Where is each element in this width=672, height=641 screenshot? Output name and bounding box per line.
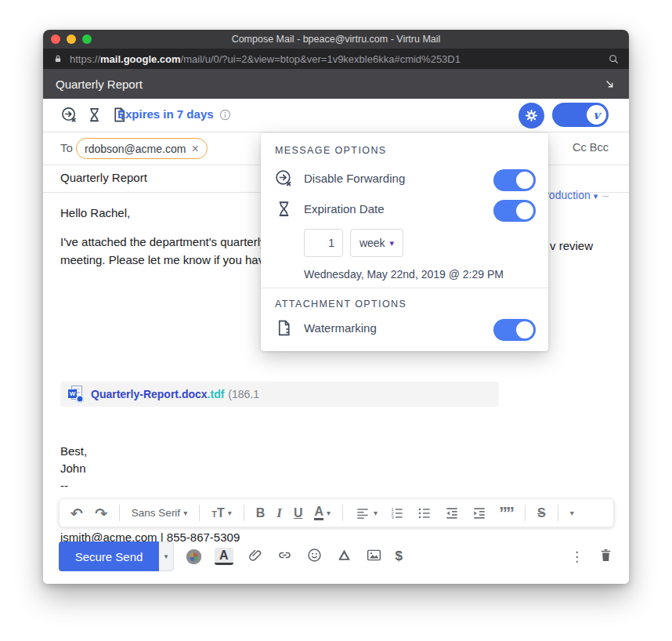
secure-send-button[interactable]: Secure Send xyxy=(59,541,159,571)
attachment-extension: .tdf xyxy=(208,388,225,400)
indent-decrease-button[interactable] xyxy=(444,505,460,521)
paperclip-icon xyxy=(247,547,263,563)
bold-button[interactable]: B xyxy=(256,507,266,520)
quote-button[interactable]: ”” xyxy=(499,508,513,518)
info-icon[interactable] xyxy=(219,108,232,121)
url-text: https://mail.google.com/mail/u/0/?ui=2&v… xyxy=(70,53,461,65)
expiration-unit-select[interactable]: week ▾ xyxy=(350,229,403,257)
trash-icon xyxy=(598,547,614,563)
divider xyxy=(558,505,558,521)
indent-increase-icon xyxy=(471,505,487,521)
magnifier-icon[interactable] xyxy=(608,53,620,65)
caret-down-icon: ▾ xyxy=(374,509,378,517)
security-toolbar: Expires in 7 days v xyxy=(43,99,629,132)
attachment-filename: Quarterly-Report.docx xyxy=(91,388,208,400)
cc-bcc-links[interactable]: Cc Bcc xyxy=(573,141,609,154)
expiration-hourglass-icon[interactable] xyxy=(85,106,103,124)
expiration-hourglass-icon xyxy=(274,199,294,219)
caret-down-icon: ▾ xyxy=(228,509,232,517)
divider xyxy=(525,505,526,521)
virtru-master-toggle[interactable]: v xyxy=(552,103,609,127)
image-icon xyxy=(366,547,382,563)
expiration-toggle[interactable] xyxy=(493,200,536,222)
compose-header: Quarterly Report xyxy=(43,69,629,99)
numbered-list-button[interactable]: 123 xyxy=(389,505,405,521)
body-greeting: Hello Rachel, xyxy=(60,206,130,219)
italic-button[interactable]: I xyxy=(276,506,282,520)
disable-forwarding-icon[interactable] xyxy=(60,106,78,124)
compose-action-icons: A $ xyxy=(186,547,403,567)
insert-link-button[interactable] xyxy=(276,547,293,567)
fullscreen-button[interactable] xyxy=(82,34,92,44)
chip-remove-icon[interactable]: × xyxy=(191,143,198,155)
compose-header-title: Quarterly Report xyxy=(56,78,143,91)
watermark-doc-icon xyxy=(274,318,294,338)
recipient-chip[interactable]: rdobson@acme.com × xyxy=(76,138,208,159)
close-button[interactable] xyxy=(51,34,60,44)
caret-down-icon: ▾ xyxy=(390,238,395,248)
minimize-button[interactable] xyxy=(67,34,76,44)
drive-icon xyxy=(336,547,352,563)
caret-down-icon: ▾ xyxy=(327,509,331,517)
more-formats-caret-icon[interactable]: ▾ xyxy=(570,509,574,517)
url-bar[interactable]: https://mail.google.com/mail/u/0/?ui=2&v… xyxy=(43,49,629,69)
send-options-caret[interactable]: ▾ xyxy=(159,541,174,571)
expires-link[interactable]: Expires in 7 days xyxy=(117,107,214,121)
body-line2: meeting. Please let me know if you have xyxy=(60,253,270,266)
font-size-button[interactable]: TT ▾ xyxy=(211,506,232,520)
text-color-button[interactable]: A ▾ xyxy=(314,505,331,521)
to-label: To xyxy=(60,141,73,154)
url-path: /mail/u/0/?ui=2&view=btop&ver=1v9kexble6… xyxy=(181,53,461,65)
formatting-options-button[interactable]: A xyxy=(215,548,233,565)
virtru-color-wheel-icon[interactable] xyxy=(186,549,201,564)
align-button[interactable]: ▾ xyxy=(355,505,378,521)
svg-text:3: 3 xyxy=(392,514,394,519)
more-options-icon[interactable]: ⋮ xyxy=(570,549,583,564)
watermarking-toggle[interactable] xyxy=(493,319,536,341)
settings-gear-button[interactable] xyxy=(518,103,544,129)
send-bar-right: ⋮ xyxy=(570,547,614,567)
expiration-unit-value: week xyxy=(359,237,385,249)
window-titlebar: Compose Mail - bpeace@virtru.com - Virtr… xyxy=(43,30,629,49)
attachment-chip[interactable]: W Quarterly-Report.docx.tdf (186.1 xyxy=(60,382,499,407)
divider xyxy=(199,505,200,521)
expiration-datetime: Wednesday, May 22nd, 2019 @ 2:29 PM xyxy=(304,268,504,281)
message-options-title: MESSAGE OPTIONS xyxy=(275,145,387,156)
word-file-icon: W xyxy=(68,386,84,403)
undo-icon[interactable]: ↶ xyxy=(70,505,83,522)
align-left-icon xyxy=(355,505,370,521)
watermarking-label: Watermarking xyxy=(304,321,377,335)
formatting-toolbar: ↶ ↷ Sans Serif ▾ TT ▾ B I U A ▾ xyxy=(59,498,614,527)
bulleted-list-button[interactable] xyxy=(417,505,432,521)
subject-field[interactable]: Quarterly Report xyxy=(60,171,147,184)
redo-icon[interactable]: ↷ xyxy=(95,505,107,522)
disable-forwarding-icon xyxy=(274,168,294,188)
divider xyxy=(244,505,244,521)
indent-decrease-icon xyxy=(444,505,460,521)
window-title: Compose Mail - bpeace@virtru.com - Virtr… xyxy=(232,34,441,45)
message-options-popup: MESSAGE OPTIONS Disable Forwarding Expir… xyxy=(261,133,548,351)
insert-drive-button[interactable] xyxy=(336,547,352,567)
discard-draft-button[interactable] xyxy=(598,547,614,567)
indent-increase-button[interactable] xyxy=(471,505,487,521)
insert-photo-button[interactable] xyxy=(366,547,382,567)
expiration-value-input[interactable] xyxy=(304,229,343,257)
attach-file-button[interactable] xyxy=(247,547,263,567)
body-line1: I've attached the department's quarterly… xyxy=(60,235,273,248)
disable-forwarding-toggle[interactable] xyxy=(493,169,536,191)
send-bar: Secure Send ▾ A xyxy=(59,541,614,572)
strikethrough-button[interactable]: S xyxy=(537,507,546,520)
disable-forwarding-label: Disable Forwarding xyxy=(304,172,405,185)
numbered-list-icon: 123 xyxy=(389,505,405,521)
attachment-size: (186.1 xyxy=(228,388,259,400)
money-request-button[interactable]: $ xyxy=(396,549,403,564)
browser-window: Compose Mail - bpeace@virtru.com - Virtr… xyxy=(43,30,629,584)
attachment-options-title: ATTACHMENT OPTIONS xyxy=(275,299,406,310)
screenshot-canvas: Compose Mail - bpeace@virtru.com - Virtr… xyxy=(0,0,672,641)
font-family-select[interactable]: Sans Serif ▾ xyxy=(132,507,187,519)
insert-emoji-button[interactable] xyxy=(306,547,323,567)
signature-block: Best, John -- John Smith Agency Financia… xyxy=(60,443,240,546)
underline-button[interactable]: U xyxy=(294,507,303,520)
popout-arrow-icon[interactable] xyxy=(603,78,616,91)
lock-icon xyxy=(52,53,63,64)
